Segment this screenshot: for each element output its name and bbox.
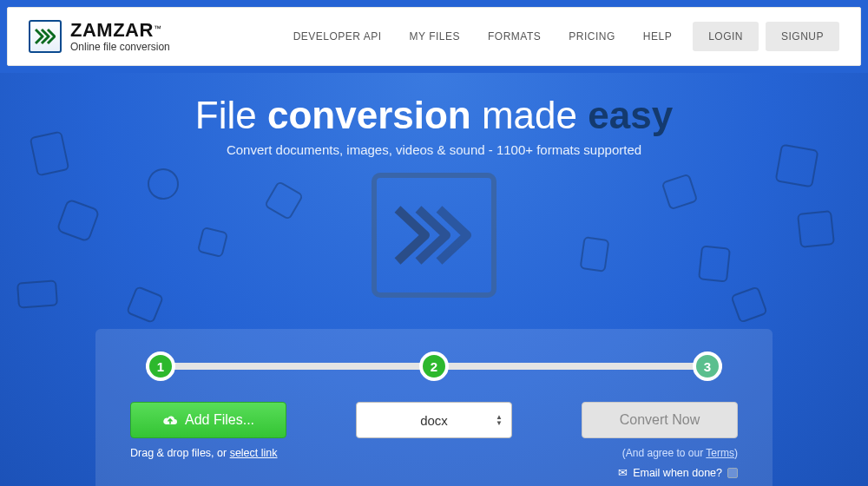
nav-formats[interactable]: FORMATS	[474, 22, 555, 51]
convert-now-button[interactable]: Convert Now	[582, 402, 738, 438]
brand-name: ZAMZAR™	[70, 21, 170, 40]
chevron-updown-icon: ▲▼	[496, 414, 503, 426]
hero-illustration-icon	[372, 173, 496, 298]
hero-section: File conversion made easy Convert docume…	[0, 73, 868, 486]
email-when-done-checkbox[interactable]	[727, 468, 738, 478]
login-button[interactable]: LOGIN	[693, 22, 759, 51]
header-bar: ZAMZAR™ Online file conversion DEVELOPER…	[7, 7, 861, 66]
hero-subhead: Convert documents, images, videos & soun…	[0, 142, 868, 157]
nav-my-files[interactable]: MY FILES	[396, 22, 474, 51]
step-2: 2	[419, 351, 449, 381]
mail-icon: ✉	[618, 466, 628, 479]
logo-group[interactable]: ZAMZAR™ Online file conversion	[29, 20, 170, 53]
brand-tagline: Online file conversion	[70, 42, 170, 52]
terms-link[interactable]: Terms	[706, 447, 734, 459]
add-files-label: Add Files...	[185, 412, 254, 428]
add-files-button[interactable]: Add Files...	[130, 402, 286, 438]
nav-pricing[interactable]: PRICING	[555, 22, 629, 51]
select-link[interactable]: select link	[230, 447, 278, 459]
email-when-done-row: ✉ Email when done?	[551, 466, 738, 479]
step-indicator: 1 2 3	[146, 351, 722, 381]
hero-headline: File conversion made easy	[0, 94, 868, 137]
step-1: 1	[146, 351, 175, 381]
drag-hint: Drag & drop files, or select link	[130, 447, 317, 459]
format-selected-value: docx	[420, 413, 448, 428]
terms-agree-text: (And agree to our Terms)	[551, 447, 738, 459]
main-nav: DEVELOPER API MY FILES FORMATS PRICING H…	[279, 22, 839, 51]
step-3: 3	[693, 351, 722, 381]
nav-developer-api[interactable]: DEVELOPER API	[279, 22, 396, 51]
logo-icon	[29, 20, 62, 53]
email-when-done-label: Email when done?	[633, 467, 722, 479]
format-select[interactable]: docx ▲▼	[356, 402, 512, 438]
upload-cloud-icon	[162, 414, 178, 426]
nav-help[interactable]: HELP	[629, 22, 686, 51]
signup-button[interactable]: SIGNUP	[766, 22, 839, 51]
converter-panel: 1 2 3 Add Files... Drag & drop files, or…	[95, 329, 773, 486]
